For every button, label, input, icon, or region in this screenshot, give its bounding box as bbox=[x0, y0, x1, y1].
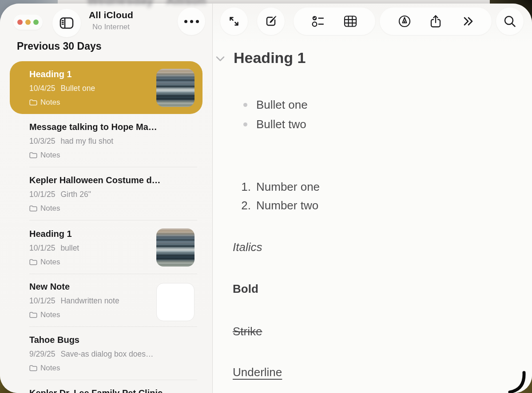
note-folder: Notes bbox=[29, 258, 60, 267]
note-heading[interactable]: Heading 1 bbox=[234, 49, 306, 67]
note-preview: had my flu shot bbox=[60, 137, 113, 145]
numbered-item[interactable]: Number two bbox=[256, 198, 318, 213]
note-list-item[interactable]: New Note 10/1/25Handwritten note Notes bbox=[0, 274, 213, 327]
note-title: Kepler Halloween Costume d… bbox=[29, 175, 161, 185]
note-folder: Notes bbox=[29, 204, 60, 213]
note-date: 10/1/25 bbox=[29, 296, 55, 305]
note-preview: Bullet one bbox=[60, 84, 95, 93]
checklist-icon bbox=[311, 15, 326, 28]
expand-icon bbox=[227, 15, 241, 28]
italic-text[interactable]: Italics bbox=[233, 240, 262, 255]
note-meta: 10/1/25Girth 26" bbox=[29, 190, 91, 199]
note-title: Kepler Dr. Lee Family Pet Clinic bbox=[29, 388, 163, 393]
account-title[interactable]: All iCloud bbox=[73, 10, 149, 20]
note-list-item[interactable]: Message talking to Hope Ma… 10/3/25had m… bbox=[0, 114, 213, 167]
compose-icon bbox=[264, 14, 278, 28]
folder-icon bbox=[29, 152, 37, 158]
note-list-item[interactable]: Heading 1 10/1/25bullet Notes bbox=[0, 221, 213, 274]
note-thumbnail-ocean bbox=[156, 69, 195, 107]
folder-icon bbox=[29, 99, 37, 106]
sidebar-toggle-icon bbox=[59, 16, 74, 30]
folder-icon bbox=[29, 365, 37, 371]
actions-toolbar-group bbox=[380, 8, 492, 35]
more-tools-button[interactable] bbox=[460, 15, 474, 28]
note-folder: Notes bbox=[29, 151, 60, 160]
note-meta: 10/4/25Bullet one bbox=[29, 84, 95, 93]
search-icon bbox=[503, 14, 517, 28]
zoom-window-button[interactable] bbox=[33, 20, 39, 25]
new-note-button[interactable] bbox=[257, 8, 285, 35]
sidebar-header: All iCloud No Internet bbox=[73, 10, 149, 31]
note-preview: Save-as dialog box does… bbox=[60, 350, 153, 358]
note-date: 10/1/25 bbox=[29, 244, 55, 252]
double-chevron-icon bbox=[460, 15, 474, 28]
editor-pane: Heading 1 Bullet one Bullet two 1. Numbe… bbox=[213, 4, 532, 393]
share-icon bbox=[429, 14, 442, 28]
note-title: Tahoe Bugs bbox=[29, 335, 79, 345]
table-icon bbox=[343, 15, 357, 28]
chevron-down-icon bbox=[215, 55, 225, 62]
note-date: 9/29/25 bbox=[29, 350, 55, 358]
bullet-marker bbox=[243, 103, 247, 107]
more-options-button[interactable] bbox=[178, 8, 205, 35]
close-window-button[interactable] bbox=[17, 20, 23, 25]
table-button[interactable] bbox=[343, 15, 357, 28]
note-date: 10/4/25 bbox=[29, 84, 55, 93]
share-button[interactable] bbox=[429, 14, 442, 28]
folder-icon bbox=[29, 205, 37, 212]
note-title: New Note bbox=[29, 282, 70, 292]
sync-status: No Internet bbox=[73, 23, 149, 31]
note-meta: 10/1/25bullet bbox=[29, 244, 79, 253]
background-blurred-note-title: Wednesday Allison bbox=[87, 0, 206, 8]
minimize-window-button[interactable] bbox=[25, 20, 31, 25]
markup-icon bbox=[397, 14, 412, 28]
collapse-heading-button[interactable] bbox=[215, 55, 225, 62]
notes-window: All iCloud No Internet Previous 30 Days … bbox=[0, 4, 532, 393]
note-list-item-selected[interactable]: Heading 1 10/4/25Bullet one Notes bbox=[10, 61, 202, 114]
note-folder: Notes bbox=[29, 310, 60, 319]
note-folder: Notes bbox=[29, 364, 60, 373]
note-meta: 9/29/25Save-as dialog box does… bbox=[29, 350, 154, 359]
section-header: Previous 30 Days bbox=[17, 40, 102, 52]
row-divider bbox=[29, 220, 197, 220]
note-list-item[interactable]: Tahoe Bugs 9/29/25Save-as dialog box doe… bbox=[0, 327, 213, 380]
checklist-button[interactable] bbox=[311, 15, 326, 28]
strikethrough-text[interactable]: Strike bbox=[233, 324, 262, 339]
ellipsis-icon bbox=[184, 20, 199, 23]
format-toolbar-group bbox=[294, 8, 375, 35]
search-button[interactable] bbox=[496, 8, 524, 35]
note-date: 10/1/25 bbox=[29, 190, 55, 199]
bullet-item[interactable]: Bullet two bbox=[256, 117, 306, 132]
bullet-marker bbox=[243, 122, 247, 126]
note-title: Message talking to Hope Ma… bbox=[29, 122, 157, 132]
traffic-lights bbox=[13, 15, 43, 30]
note-thumbnail-blank bbox=[156, 283, 195, 321]
numbered-item[interactable]: Number one bbox=[256, 179, 320, 194]
note-title: Heading 1 bbox=[29, 69, 72, 79]
note-meta: 10/3/25had my flu shot bbox=[29, 137, 113, 146]
expand-window-button[interactable] bbox=[220, 8, 248, 35]
bullet-item[interactable]: Bullet one bbox=[256, 97, 308, 112]
folder-icon bbox=[29, 312, 37, 318]
pencil-stroke-arc bbox=[508, 370, 529, 393]
number-marker: 1. bbox=[238, 179, 251, 194]
note-title: Heading 1 bbox=[29, 229, 72, 239]
note-date: 10/3/25 bbox=[29, 137, 55, 145]
markup-button[interactable] bbox=[397, 14, 412, 28]
note-preview: Girth 26" bbox=[60, 190, 91, 199]
note-list-item[interactable]: Kepler Halloween Costume d… 10/1/25Girth… bbox=[0, 167, 213, 220]
ipad-screen: Wednesday Allison bbox=[0, 0, 532, 393]
sidebar: All iCloud No Internet Previous 30 Days … bbox=[0, 4, 213, 393]
note-thumbnail-ocean bbox=[156, 228, 195, 267]
note-list-item-partial[interactable]: Kepler Dr. Lee Family Pet Clinic bbox=[0, 380, 213, 393]
number-marker: 2. bbox=[238, 198, 251, 213]
bold-text[interactable]: Bold bbox=[233, 281, 258, 296]
folder-icon bbox=[29, 259, 37, 265]
underline-text[interactable]: Underline bbox=[233, 365, 282, 380]
note-folder: Notes bbox=[29, 98, 60, 107]
note-preview: bullet bbox=[60, 244, 79, 252]
note-preview: Handwritten note bbox=[60, 296, 119, 305]
note-meta: 10/1/25Handwritten note bbox=[29, 296, 119, 306]
